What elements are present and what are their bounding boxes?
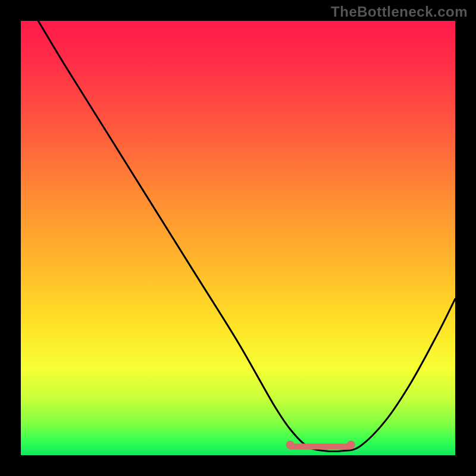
chart-frame: TheBottleneck.com xyxy=(0,0,476,476)
optimal-range-start-dot xyxy=(286,440,295,449)
bottleneck-curve xyxy=(38,21,455,452)
optimal-range-end-dot xyxy=(347,440,355,449)
plot-area xyxy=(21,21,455,455)
watermark-label: TheBottleneck.com xyxy=(331,4,468,20)
plot-svg xyxy=(21,21,455,455)
